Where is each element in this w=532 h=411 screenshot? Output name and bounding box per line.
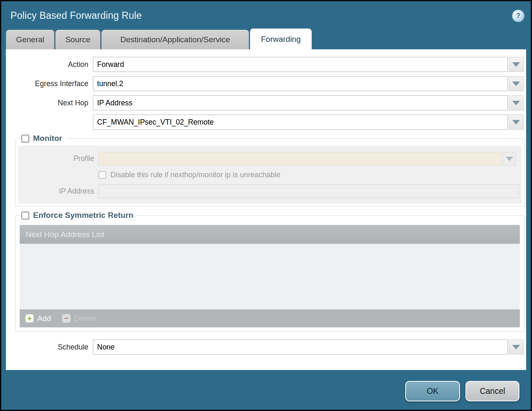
symmetric-return-legend: Enforce Symmetric Return: [20, 211, 137, 220]
forwarding-tab-panel: Action Egress Interface Next Hop: [6, 49, 526, 370]
next-hop-address-table: Next Hop Address List + Add − Delete: [20, 225, 520, 327]
profile-row: Profile: [18, 152, 522, 166]
schedule-dropdown-button[interactable]: [509, 340, 524, 355]
next-hop-address-row: [6, 115, 524, 130]
disable-rule-row: Disable this rule if nexthop/monitor ip …: [98, 171, 522, 179]
monitor-checkbox[interactable]: [21, 135, 29, 143]
monitor-ip-input: [98, 184, 519, 198]
action-input[interactable]: [93, 57, 508, 72]
monitor-panel: Profile Disable this rule if nexthop/mon…: [18, 146, 522, 204]
action-dropdown-button[interactable]: [509, 57, 524, 72]
monitor-legend: Monitor: [20, 134, 66, 143]
next-hop-address-input[interactable]: [93, 115, 508, 130]
action-label: Action: [6, 60, 88, 69]
disable-rule-label: Disable this rule if nexthop/monitor ip …: [111, 171, 280, 179]
minus-icon: −: [62, 314, 71, 323]
tab-forwarding[interactable]: Forwarding: [250, 28, 312, 49]
profile-label: Profile: [18, 154, 94, 163]
dialog-footer: OK Cancel: [1, 370, 531, 401]
chevron-down-icon: [512, 82, 520, 86]
symmetric-return-section: Enforce Symmetric Return Next Hop Addres…: [15, 211, 524, 332]
next-hop-type-dropdown-button[interactable]: [509, 95, 524, 110]
next-hop-label: Next Hop: [6, 99, 88, 107]
add-button[interactable]: + Add: [25, 314, 51, 323]
egress-interface-input[interactable]: [93, 76, 508, 91]
chevron-down-icon: [506, 157, 513, 161]
tab-destination-application-service[interactable]: Destination/Application/Service: [101, 30, 249, 49]
next-hop-address-list-header: Next Hop Address List: [20, 225, 520, 244]
monitor-title: Monitor: [33, 134, 62, 143]
dialog-title: Policy Based Forwarding Rule: [10, 10, 142, 21]
next-hop-type-input[interactable]: [93, 95, 508, 110]
monitor-ip-label: IP Address: [18, 187, 94, 196]
schedule-input[interactable]: [93, 340, 508, 355]
monitor-section: Monitor Profile Disable this rule if nex…: [15, 134, 524, 207]
next-hop-address-list-body[interactable]: [20, 244, 520, 309]
next-hop-row: Next Hop: [6, 95, 524, 110]
chevron-down-icon: [512, 345, 520, 349]
tab-source[interactable]: Source: [55, 30, 100, 49]
enforce-symmetric-return-checkbox[interactable]: [21, 212, 29, 220]
chevron-down-icon: [512, 101, 520, 105]
chevron-down-icon: [512, 62, 520, 66]
next-hop-address-dropdown-button[interactable]: [509, 115, 524, 130]
profile-input: [98, 152, 502, 166]
egress-interface-row: Egress Interface: [6, 76, 524, 91]
profile-dropdown-button: [503, 152, 516, 166]
add-button-label: Add: [37, 314, 51, 323]
tab-general[interactable]: General: [6, 30, 54, 49]
cancel-button[interactable]: Cancel: [465, 381, 519, 401]
tab-strip: General Source Destination/Application/S…: [1, 28, 531, 49]
symmetric-return-title: Enforce Symmetric Return: [33, 211, 134, 220]
schedule-row: Schedule: [6, 340, 524, 355]
help-icon[interactable]: ?: [512, 10, 524, 22]
action-row: Action: [6, 57, 524, 72]
dialog-titlebar: Policy Based Forwarding Rule ?: [1, 1, 531, 28]
disable-rule-checkbox: [98, 171, 106, 179]
egress-interface-dropdown-button[interactable]: [509, 76, 524, 91]
plus-icon: +: [25, 314, 34, 323]
pbf-rule-dialog: Policy Based Forwarding Rule ? General S…: [0, 0, 532, 411]
chevron-down-icon: [512, 120, 520, 124]
schedule-label: Schedule: [6, 343, 88, 352]
ok-button[interactable]: OK: [405, 381, 460, 401]
monitor-ip-row: IP Address: [18, 184, 522, 198]
table-toolbar: + Add − Delete: [20, 309, 520, 327]
egress-interface-label: Egress Interface: [6, 79, 88, 88]
delete-button: − Delete: [62, 314, 96, 323]
delete-button-label: Delete: [74, 314, 96, 323]
